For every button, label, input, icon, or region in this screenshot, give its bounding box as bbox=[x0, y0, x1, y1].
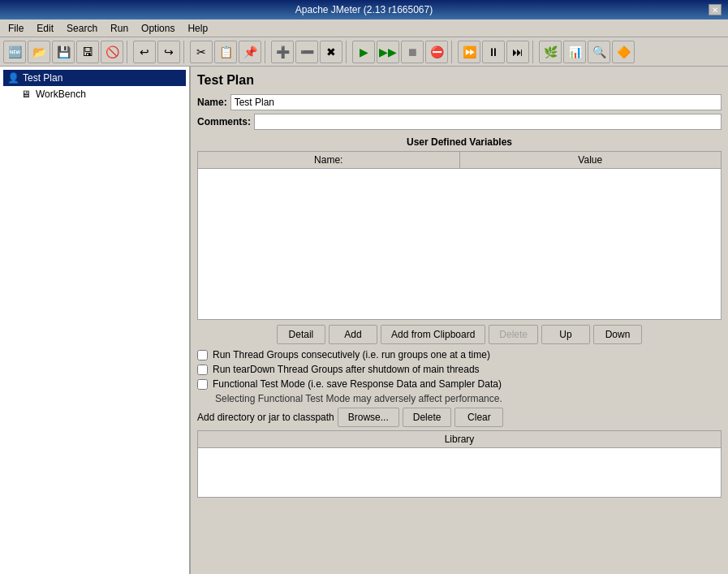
paste-button[interactable]: 📌 bbox=[239, 41, 261, 63]
remote-start-all-button[interactable]: ⏭ bbox=[506, 41, 529, 63]
library-section-title: Library bbox=[198, 431, 721, 448]
checkbox2-row: Run tearDown Thread Groups after shutdow… bbox=[197, 364, 722, 375]
table-buttons-row: Detail Add Add from Clipboard Delete Up … bbox=[197, 325, 722, 344]
start-no-pause-button[interactable]: ▶▶ bbox=[377, 41, 399, 63]
icon1-button[interactable]: 🔶 bbox=[612, 41, 635, 63]
comments-label: Comments: bbox=[197, 116, 251, 127]
functional-mode-label: Functional Test Mode (i.e. save Response… bbox=[213, 378, 502, 390]
window-title: Apache JMeter (2.13 r1665067) bbox=[19, 4, 709, 15]
variables-section-title: User Defined Variables bbox=[197, 136, 722, 148]
titlebar: Apache JMeter (2.13 r1665067) ✕ bbox=[0, 0, 728, 19]
menu-help[interactable]: Help bbox=[183, 21, 213, 36]
shutdown-button[interactable]: ⛔ bbox=[425, 41, 448, 63]
test-plan-icon: 👤 bbox=[6, 71, 19, 84]
remote-stop-button[interactable]: ⏸ bbox=[482, 41, 505, 63]
open-button[interactable]: 📂 bbox=[28, 41, 50, 63]
panel-title: Test Plan bbox=[197, 73, 722, 88]
clear-classpath-button[interactable]: Clear bbox=[454, 408, 503, 427]
run-consecutively-label: Run Thread Groups consecutively (i.e. ru… bbox=[213, 349, 490, 360]
remove-button[interactable]: ➖ bbox=[295, 41, 318, 63]
save-button[interactable]: 🖫 bbox=[76, 41, 99, 63]
up-button[interactable]: Up bbox=[541, 325, 590, 344]
cut-button[interactable]: ✂ bbox=[190, 41, 213, 63]
toolbar: 🆕 📂 💾 🖫 🚫 ↩ ↪ ✂ 📋 📌 ➕ ➖ ✖ ▶ ▶▶ ⏹ ⛔ ⏩ ⏸ ⏭… bbox=[0, 37, 728, 67]
menu-run[interactable]: Run bbox=[106, 21, 133, 36]
new-button[interactable]: 🆕 bbox=[3, 41, 26, 63]
delete-classpath-button[interactable]: Delete bbox=[403, 408, 452, 427]
run-teardown-checkbox[interactable] bbox=[197, 365, 208, 375]
toolbar-sep-4 bbox=[346, 41, 349, 63]
variables-table-wrapper: Name: Value bbox=[197, 151, 722, 320]
sidebar-item-test-plan[interactable]: 👤 Test Plan bbox=[3, 70, 186, 86]
save-as-button[interactable]: 💾 bbox=[52, 41, 75, 63]
down-button[interactable]: Down bbox=[593, 325, 642, 344]
detail-button[interactable]: Detail bbox=[277, 325, 325, 344]
main-layout: 👤 Test Plan 🖥 WorkBench Test Plan Name: … bbox=[0, 67, 728, 574]
copy-button[interactable]: 📋 bbox=[214, 41, 237, 63]
col-value-header: Value bbox=[460, 152, 722, 168]
sidebar-item-test-plan-label: Test Plan bbox=[23, 72, 62, 84]
name-input[interactable] bbox=[230, 94, 722, 110]
menu-file[interactable]: File bbox=[3, 21, 28, 36]
clear-toolbar-button[interactable]: ✖ bbox=[320, 41, 342, 63]
stop-button[interactable]: ⏹ bbox=[401, 41, 424, 63]
browse-button[interactable]: Browse... bbox=[338, 408, 399, 427]
content-panel: Test Plan Name: Comments: User Defined V… bbox=[191, 67, 728, 574]
test-plan-panel: Test Plan Name: Comments: User Defined V… bbox=[197, 73, 722, 498]
search2-button[interactable]: 🔍 bbox=[588, 41, 610, 63]
menu-options[interactable]: Options bbox=[136, 21, 179, 36]
add-row-button[interactable]: Add bbox=[329, 325, 377, 344]
toolbar-sep-1 bbox=[127, 41, 130, 63]
checkbox3-row: Functional Test Mode (i.e. save Response… bbox=[197, 378, 722, 390]
start-button[interactable]: ▶ bbox=[352, 41, 375, 63]
variables-table-body bbox=[198, 169, 721, 319]
menu-search[interactable]: Search bbox=[62, 21, 102, 36]
close-button[interactable]: ✕ bbox=[709, 4, 722, 15]
run-teardown-label: Run tearDown Thread Groups after shutdow… bbox=[213, 364, 480, 375]
redo-button[interactable]: ↪ bbox=[157, 41, 180, 63]
add-clipboard-button[interactable]: Add from Clipboard bbox=[381, 325, 485, 344]
aggregate-button[interactable]: 📊 bbox=[563, 41, 586, 63]
workbench-icon: 🖥 bbox=[19, 88, 32, 101]
run-consecutively-checkbox[interactable] bbox=[197, 350, 208, 360]
sidebar-item-workbench[interactable]: 🖥 WorkBench bbox=[3, 86, 186, 102]
classpath-label: Add directory or jar to classpath bbox=[197, 412, 334, 423]
toolbar-sep-3 bbox=[265, 41, 268, 63]
add-button[interactable]: ➕ bbox=[271, 41, 294, 63]
functional-mode-checkbox[interactable] bbox=[197, 379, 208, 390]
name-label: Name: bbox=[197, 97, 227, 108]
remote-start-button[interactable]: ⏩ bbox=[458, 41, 480, 63]
functional-note: Selecting Functional Test Mode may adver… bbox=[215, 393, 722, 404]
tree-button[interactable]: 🌿 bbox=[539, 41, 562, 63]
library-table-body bbox=[198, 448, 721, 497]
checkbox1-row: Run Thread Groups consecutively (i.e. ru… bbox=[197, 349, 722, 360]
library-table-wrapper: Library bbox=[197, 430, 722, 498]
col-name-header: Name: bbox=[198, 152, 460, 168]
classpath-row: Add directory or jar to classpath Browse… bbox=[197, 408, 722, 427]
revert-button[interactable]: 🚫 bbox=[101, 41, 123, 63]
menubar: File Edit Search Run Options Help bbox=[0, 19, 728, 37]
toolbar-sep-6 bbox=[532, 41, 536, 63]
delete-row-button[interactable]: Delete bbox=[489, 325, 538, 344]
sidebar-tree: 👤 Test Plan 🖥 WorkBench bbox=[0, 67, 191, 574]
variables-table-header: Name: Value bbox=[198, 152, 721, 169]
undo-button[interactable]: ↩ bbox=[133, 41, 156, 63]
comments-input[interactable] bbox=[254, 114, 722, 130]
menu-edit[interactable]: Edit bbox=[32, 21, 58, 36]
toolbar-sep-5 bbox=[451, 41, 454, 63]
sidebar-item-workbench-label: WorkBench bbox=[36, 88, 86, 100]
name-row: Name: bbox=[197, 94, 722, 110]
toolbar-sep-2 bbox=[183, 41, 187, 63]
comments-row: Comments: bbox=[197, 114, 722, 130]
